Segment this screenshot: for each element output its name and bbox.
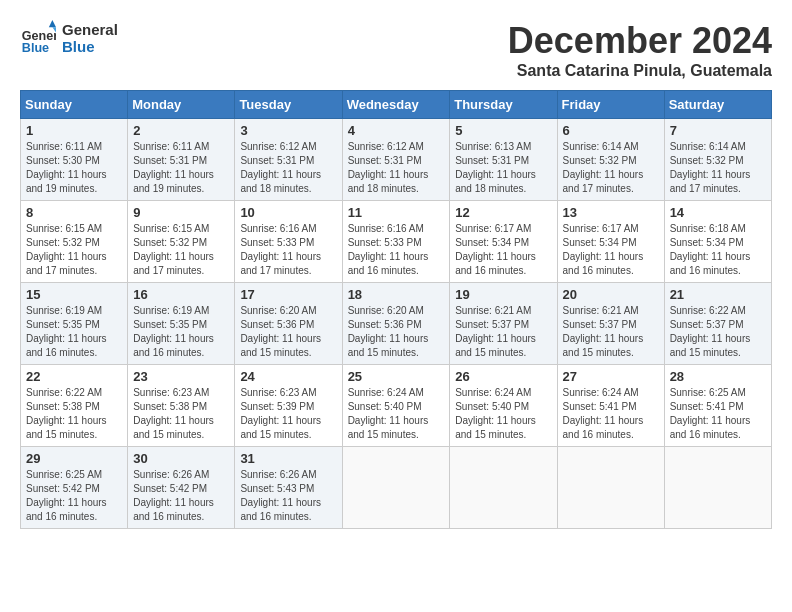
day-number: 22 xyxy=(26,369,122,384)
calendar-cell: 31 Sunrise: 6:26 AMSunset: 5:43 PMDaylig… xyxy=(235,447,342,529)
day-info: Sunrise: 6:16 AMSunset: 5:33 PMDaylight:… xyxy=(348,223,429,276)
calendar-header-row: Sunday Monday Tuesday Wednesday Thursday… xyxy=(21,91,772,119)
calendar-cell: 26 Sunrise: 6:24 AMSunset: 5:40 PMDaylig… xyxy=(450,365,557,447)
day-number: 26 xyxy=(455,369,551,384)
calendar-week-4: 22 Sunrise: 6:22 AMSunset: 5:38 PMDaylig… xyxy=(21,365,772,447)
day-number: 1 xyxy=(26,123,122,138)
day-info: Sunrise: 6:12 AMSunset: 5:31 PMDaylight:… xyxy=(348,141,429,194)
day-number: 10 xyxy=(240,205,336,220)
location-title: Santa Catarina Pinula, Guatemala xyxy=(508,62,772,80)
col-friday: Friday xyxy=(557,91,664,119)
day-info: Sunrise: 6:11 AMSunset: 5:31 PMDaylight:… xyxy=(133,141,214,194)
calendar-cell: 20 Sunrise: 6:21 AMSunset: 5:37 PMDaylig… xyxy=(557,283,664,365)
calendar-week-2: 8 Sunrise: 6:15 AMSunset: 5:32 PMDayligh… xyxy=(21,201,772,283)
day-info: Sunrise: 6:24 AMSunset: 5:40 PMDaylight:… xyxy=(348,387,429,440)
day-info: Sunrise: 6:15 AMSunset: 5:32 PMDaylight:… xyxy=(26,223,107,276)
day-info: Sunrise: 6:20 AMSunset: 5:36 PMDaylight:… xyxy=(240,305,321,358)
day-info: Sunrise: 6:15 AMSunset: 5:32 PMDaylight:… xyxy=(133,223,214,276)
day-info: Sunrise: 6:17 AMSunset: 5:34 PMDaylight:… xyxy=(455,223,536,276)
day-number: 5 xyxy=(455,123,551,138)
calendar-cell: 27 Sunrise: 6:24 AMSunset: 5:41 PMDaylig… xyxy=(557,365,664,447)
day-info: Sunrise: 6:14 AMSunset: 5:32 PMDaylight:… xyxy=(563,141,644,194)
calendar-cell: 10 Sunrise: 6:16 AMSunset: 5:33 PMDaylig… xyxy=(235,201,342,283)
day-info: Sunrise: 6:22 AMSunset: 5:37 PMDaylight:… xyxy=(670,305,751,358)
month-title: December 2024 xyxy=(508,20,772,62)
calendar-cell: 11 Sunrise: 6:16 AMSunset: 5:33 PMDaylig… xyxy=(342,201,450,283)
day-number: 11 xyxy=(348,205,445,220)
calendar-cell: 18 Sunrise: 6:20 AMSunset: 5:36 PMDaylig… xyxy=(342,283,450,365)
day-number: 25 xyxy=(348,369,445,384)
logo-blue: Blue xyxy=(62,38,118,55)
svg-text:Blue: Blue xyxy=(22,41,49,55)
day-number: 24 xyxy=(240,369,336,384)
calendar-cell: 19 Sunrise: 6:21 AMSunset: 5:37 PMDaylig… xyxy=(450,283,557,365)
day-info: Sunrise: 6:21 AMSunset: 5:37 PMDaylight:… xyxy=(563,305,644,358)
day-number: 16 xyxy=(133,287,229,302)
calendar-cell: 28 Sunrise: 6:25 AMSunset: 5:41 PMDaylig… xyxy=(664,365,771,447)
day-number: 30 xyxy=(133,451,229,466)
day-info: Sunrise: 6:23 AMSunset: 5:39 PMDaylight:… xyxy=(240,387,321,440)
calendar-cell: 21 Sunrise: 6:22 AMSunset: 5:37 PMDaylig… xyxy=(664,283,771,365)
day-number: 3 xyxy=(240,123,336,138)
day-number: 4 xyxy=(348,123,445,138)
day-number: 18 xyxy=(348,287,445,302)
day-number: 15 xyxy=(26,287,122,302)
logo-icon: General Blue xyxy=(20,20,56,56)
col-saturday: Saturday xyxy=(664,91,771,119)
day-info: Sunrise: 6:21 AMSunset: 5:37 PMDaylight:… xyxy=(455,305,536,358)
day-number: 19 xyxy=(455,287,551,302)
day-info: Sunrise: 6:19 AMSunset: 5:35 PMDaylight:… xyxy=(133,305,214,358)
calendar-cell xyxy=(342,447,450,529)
day-info: Sunrise: 6:22 AMSunset: 5:38 PMDaylight:… xyxy=(26,387,107,440)
day-number: 29 xyxy=(26,451,122,466)
calendar-cell: 13 Sunrise: 6:17 AMSunset: 5:34 PMDaylig… xyxy=(557,201,664,283)
calendar-cell xyxy=(557,447,664,529)
calendar-cell: 22 Sunrise: 6:22 AMSunset: 5:38 PMDaylig… xyxy=(21,365,128,447)
day-info: Sunrise: 6:19 AMSunset: 5:35 PMDaylight:… xyxy=(26,305,107,358)
day-info: Sunrise: 6:24 AMSunset: 5:41 PMDaylight:… xyxy=(563,387,644,440)
col-wednesday: Wednesday xyxy=(342,91,450,119)
logo: General Blue General Blue xyxy=(20,20,118,56)
calendar-week-1: 1 Sunrise: 6:11 AMSunset: 5:30 PMDayligh… xyxy=(21,119,772,201)
calendar-table: Sunday Monday Tuesday Wednesday Thursday… xyxy=(20,90,772,529)
day-number: 13 xyxy=(563,205,659,220)
day-info: Sunrise: 6:13 AMSunset: 5:31 PMDaylight:… xyxy=(455,141,536,194)
logo-general: General xyxy=(62,21,118,38)
calendar-cell: 15 Sunrise: 6:19 AMSunset: 5:35 PMDaylig… xyxy=(21,283,128,365)
day-info: Sunrise: 6:23 AMSunset: 5:38 PMDaylight:… xyxy=(133,387,214,440)
day-info: Sunrise: 6:12 AMSunset: 5:31 PMDaylight:… xyxy=(240,141,321,194)
day-info: Sunrise: 6:25 AMSunset: 5:41 PMDaylight:… xyxy=(670,387,751,440)
calendar-cell: 24 Sunrise: 6:23 AMSunset: 5:39 PMDaylig… xyxy=(235,365,342,447)
day-info: Sunrise: 6:14 AMSunset: 5:32 PMDaylight:… xyxy=(670,141,751,194)
calendar-cell: 3 Sunrise: 6:12 AMSunset: 5:31 PMDayligh… xyxy=(235,119,342,201)
col-monday: Monday xyxy=(128,91,235,119)
day-number: 28 xyxy=(670,369,766,384)
day-info: Sunrise: 6:11 AMSunset: 5:30 PMDaylight:… xyxy=(26,141,107,194)
calendar-week-3: 15 Sunrise: 6:19 AMSunset: 5:35 PMDaylig… xyxy=(21,283,772,365)
day-info: Sunrise: 6:24 AMSunset: 5:40 PMDaylight:… xyxy=(455,387,536,440)
day-info: Sunrise: 6:20 AMSunset: 5:36 PMDaylight:… xyxy=(348,305,429,358)
calendar-cell: 25 Sunrise: 6:24 AMSunset: 5:40 PMDaylig… xyxy=(342,365,450,447)
calendar-cell: 12 Sunrise: 6:17 AMSunset: 5:34 PMDaylig… xyxy=(450,201,557,283)
calendar-cell: 6 Sunrise: 6:14 AMSunset: 5:32 PMDayligh… xyxy=(557,119,664,201)
day-number: 27 xyxy=(563,369,659,384)
day-number: 23 xyxy=(133,369,229,384)
svg-marker-2 xyxy=(49,20,56,27)
calendar-cell: 1 Sunrise: 6:11 AMSunset: 5:30 PMDayligh… xyxy=(21,119,128,201)
calendar-cell: 16 Sunrise: 6:19 AMSunset: 5:35 PMDaylig… xyxy=(128,283,235,365)
calendar-cell xyxy=(450,447,557,529)
calendar-cell: 4 Sunrise: 6:12 AMSunset: 5:31 PMDayligh… xyxy=(342,119,450,201)
calendar-cell: 17 Sunrise: 6:20 AMSunset: 5:36 PMDaylig… xyxy=(235,283,342,365)
day-info: Sunrise: 6:16 AMSunset: 5:33 PMDaylight:… xyxy=(240,223,321,276)
day-number: 8 xyxy=(26,205,122,220)
calendar-cell: 5 Sunrise: 6:13 AMSunset: 5:31 PMDayligh… xyxy=(450,119,557,201)
day-info: Sunrise: 6:17 AMSunset: 5:34 PMDaylight:… xyxy=(563,223,644,276)
calendar-week-5: 29 Sunrise: 6:25 AMSunset: 5:42 PMDaylig… xyxy=(21,447,772,529)
calendar-cell xyxy=(664,447,771,529)
calendar-cell: 30 Sunrise: 6:26 AMSunset: 5:42 PMDaylig… xyxy=(128,447,235,529)
day-number: 31 xyxy=(240,451,336,466)
day-info: Sunrise: 6:25 AMSunset: 5:42 PMDaylight:… xyxy=(26,469,107,522)
calendar-cell: 2 Sunrise: 6:11 AMSunset: 5:31 PMDayligh… xyxy=(128,119,235,201)
day-info: Sunrise: 6:18 AMSunset: 5:34 PMDaylight:… xyxy=(670,223,751,276)
day-info: Sunrise: 6:26 AMSunset: 5:43 PMDaylight:… xyxy=(240,469,321,522)
